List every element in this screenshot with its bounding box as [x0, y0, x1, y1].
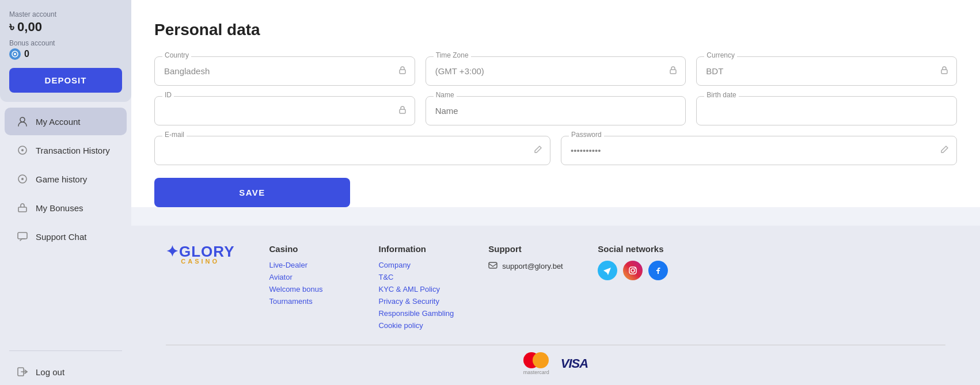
- svg-point-16: [631, 269, 635, 272]
- country-field: Country: [154, 56, 415, 86]
- svg-rect-13: [400, 109, 405, 113]
- footer-divider: [166, 345, 945, 345]
- sidebar-item-label-game-history: Game history: [36, 174, 87, 184]
- facebook-button[interactable]: [648, 261, 668, 280]
- email-field: E-mail: [154, 136, 550, 165]
- svg-rect-11: [670, 70, 676, 74]
- bonus-icon: [9, 48, 21, 60]
- footer-link-responsible-gambling[interactable]: Responsible Gambling: [378, 309, 454, 318]
- currency-lock-icon: [940, 66, 949, 77]
- footer-logo: ✦GLORY CASINO: [166, 244, 234, 265]
- id-label: ID: [162, 91, 174, 99]
- sidebar-item-label-support-chat: Support Chat: [36, 232, 86, 242]
- bonus-label: Bonus account: [9, 39, 122, 47]
- currency-field: Currency: [696, 56, 957, 86]
- form-row-2: ID Name Birth date: [154, 96, 957, 125]
- footer-link-cookie[interactable]: Cookie policy: [378, 321, 454, 330]
- chat-icon: [16, 230, 29, 243]
- footer-casino-title: Casino: [269, 244, 344, 254]
- timezone-label: Time Zone: [434, 51, 471, 59]
- person-icon: [16, 115, 29, 128]
- password-edit-icon[interactable]: [940, 145, 949, 157]
- footer-information-col: Information Company T&C KYC & AML Policy…: [378, 244, 454, 333]
- instagram-button[interactable]: [623, 261, 643, 280]
- footer-link-aviator[interactable]: Aviator: [269, 273, 344, 281]
- email-icon: [488, 261, 497, 272]
- personal-data-form: Country Time Zone Currency: [154, 56, 957, 207]
- email-edit-icon[interactable]: [533, 145, 542, 157]
- footer-social-title: Social networks: [598, 244, 673, 254]
- birthdate-input[interactable]: [696, 96, 957, 125]
- svg-point-4: [21, 149, 24, 151]
- deposit-button[interactable]: DEPOSIT: [9, 68, 122, 93]
- password-field: Password: [561, 136, 957, 165]
- gamepad-icon: [16, 173, 29, 185]
- name-input[interactable]: [426, 96, 686, 125]
- mastercard-icon: [523, 352, 549, 368]
- sidebar-nav: My Account Transaction History Game hist…: [0, 102, 131, 345]
- name-label: Name: [434, 91, 457, 99]
- mc-orange-circle: [533, 352, 549, 368]
- casino-text: CASINO: [181, 258, 219, 265]
- footer-link-welcome-bonus[interactable]: Welcome bonus: [269, 285, 344, 293]
- master-label: Master account: [9, 10, 122, 18]
- logout-button[interactable]: Log out: [5, 358, 127, 385]
- id-input[interactable]: [154, 96, 415, 125]
- svg-rect-7: [18, 207, 26, 212]
- sidebar-item-transaction-history[interactable]: Transaction History: [5, 136, 127, 164]
- save-button[interactable]: SAVE: [154, 178, 350, 207]
- sidebar-item-support-chat[interactable]: Support Chat: [5, 223, 127, 250]
- footer-casino-col: Casino Live-Dealer Aviator Welcome bonus…: [269, 244, 344, 309]
- logout-label: Log out: [36, 367, 64, 377]
- logout-icon: [16, 365, 29, 378]
- telegram-button[interactable]: [598, 261, 617, 280]
- svg-rect-12: [941, 70, 947, 74]
- footer-support-title: Support: [488, 244, 563, 254]
- account-block: Master account ৳ 0,00 Bonus account 0 DE…: [0, 0, 131, 102]
- bonus-row: 0: [9, 48, 122, 60]
- sidebar-item-label-my-account: My Account: [36, 117, 81, 127]
- support-email-row: support@glory.bet: [488, 261, 563, 272]
- social-icons-row: [598, 261, 673, 280]
- mastercard-payment: mastercard: [523, 352, 549, 375]
- country-lock-icon: [398, 66, 407, 77]
- sidebar-divider: [9, 350, 122, 351]
- currency-input[interactable]: [696, 56, 957, 86]
- timezone-lock-icon: [668, 66, 678, 77]
- footer-link-tc[interactable]: T&C: [378, 273, 454, 281]
- svg-point-1: [14, 53, 16, 55]
- sidebar-item-my-bonuses[interactable]: My Bonuses: [5, 194, 127, 222]
- footer-link-tournaments[interactable]: Tournaments: [269, 297, 344, 306]
- password-label: Password: [569, 131, 604, 139]
- footer-link-kyc[interactable]: KYC & AML Policy: [378, 285, 454, 293]
- currency-label: Currency: [704, 51, 737, 59]
- bonus-amount: 0: [24, 49, 29, 59]
- visa-label: VISA: [561, 356, 588, 371]
- footer-link-privacy[interactable]: Privacy & Security: [378, 297, 454, 306]
- page-title: Personal data: [154, 21, 957, 39]
- name-field: Name: [426, 96, 686, 125]
- country-input[interactable]: [154, 56, 415, 86]
- svg-rect-8: [18, 232, 27, 239]
- email-input[interactable]: [154, 136, 550, 165]
- password-input[interactable]: [561, 136, 957, 165]
- footer-social-col: Social networks: [598, 244, 673, 280]
- timezone-input[interactable]: [426, 56, 686, 86]
- footer-link-live-dealer[interactable]: Live-Dealer: [269, 261, 344, 269]
- sidebar-item-game-history[interactable]: Game history: [5, 165, 127, 193]
- master-amount: ৳ 0,00: [9, 20, 122, 35]
- footer-link-company[interactable]: Company: [378, 261, 454, 269]
- footer-support-col: Support support@glory.bet: [488, 244, 563, 272]
- footer-top: ✦GLORY CASINO Casino Live-Dealer Aviator…: [166, 244, 945, 333]
- history-icon: [16, 144, 29, 157]
- main-content: Personal data Country Time Zone: [131, 0, 980, 207]
- form-row-1: Country Time Zone Currency: [154, 56, 957, 86]
- sidebar-item-my-account[interactable]: My Account: [5, 108, 127, 135]
- sidebar-item-label-my-bonuses: My Bonuses: [36, 203, 83, 213]
- main-area: Personal data Country Time Zone: [131, 0, 980, 385]
- footer-payments: mastercard VISA: [166, 352, 945, 375]
- svg-rect-14: [489, 262, 497, 268]
- country-label: Country: [162, 51, 191, 59]
- id-field: ID: [154, 96, 415, 125]
- id-lock-icon: [398, 105, 407, 117]
